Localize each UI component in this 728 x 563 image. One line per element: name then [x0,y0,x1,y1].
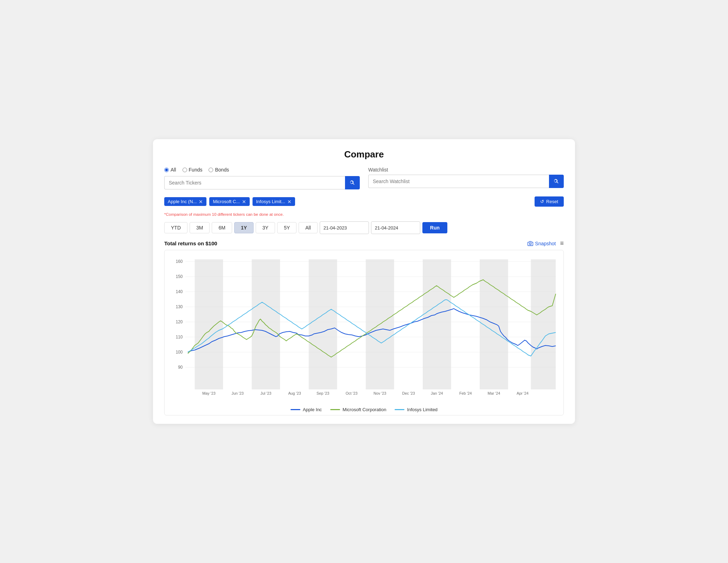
svg-text:160: 160 [176,259,183,264]
search-tickers-input[interactable] [164,176,345,189]
svg-text:Sep '23: Sep '23 [317,391,329,395]
svg-rect-3 [309,259,337,389]
filter-all[interactable]: All [164,167,176,173]
svg-rect-5 [423,259,451,389]
svg-text:100: 100 [176,350,183,355]
date-to-input[interactable] [371,221,420,234]
search-watchlist-button[interactable] [549,175,564,188]
top-row: All Funds Bonds Watchlist [164,167,564,189]
date-from-input[interactable] [320,221,369,234]
svg-rect-1 [195,259,223,389]
chart-actions: Snapshot ≡ [528,240,564,247]
svg-point-0 [530,243,531,245]
svg-text:130: 130 [176,304,183,309]
ticker-search-row [164,176,360,189]
chart-header: Total returns on $100 Snapshot ≡ [164,240,564,247]
legend-infosys-label: Infosys Limited [407,407,438,412]
legend-microsoft: Microsoft Corporation [330,407,386,412]
filter-bonds-radio[interactable] [209,168,213,172]
period-3y[interactable]: 3Y [256,222,275,233]
tag-msft: Microsoft C... ✕ [209,197,250,206]
chart-title: Total returns on $100 [164,240,217,246]
svg-text:90: 90 [178,365,183,370]
search-watchlist-input[interactable] [368,175,549,188]
legend-apple: Apple Inc [290,407,322,412]
svg-text:Nov '23: Nov '23 [373,391,386,395]
returns-chart: 160 150 140 130 120 110 100 90 May '23 J… [169,256,559,403]
legend-infosys-line [395,409,404,410]
filter-row: All Funds Bonds [164,167,360,173]
svg-text:Mar '24: Mar '24 [488,391,500,395]
compare-card: Compare All Funds Bonds [153,139,575,424]
svg-text:Oct '23: Oct '23 [346,391,358,395]
svg-text:Feb '24: Feb '24 [459,391,472,395]
period-all[interactable]: All [299,222,318,233]
page-title: Compare [164,149,564,160]
period-5y[interactable]: 5Y [277,222,296,233]
chart-menu-icon[interactable]: ≡ [560,240,564,247]
svg-text:Aug '23: Aug '23 [288,391,301,395]
watchlist-search-row [368,175,564,188]
period-row: YTD 3M 6M 1Y 3Y 5Y All Run [164,221,564,234]
tags-row: Apple Inc (N... ✕ Microsoft C... ✕ Infos… [164,194,564,209]
period-ytd[interactable]: YTD [164,222,187,233]
period-6m[interactable]: 6M [212,222,232,233]
filter-funds[interactable]: Funds [183,167,203,173]
legend-apple-line [290,409,300,410]
right-section: Watchlist [368,167,564,188]
chart-container: 160 150 140 130 120 110 100 90 May '23 J… [164,250,564,415]
period-3m[interactable]: 3M [190,222,210,233]
period-1y[interactable]: 1Y [234,222,254,233]
filter-funds-radio[interactable] [183,168,187,172]
svg-text:Apr '24: Apr '24 [517,391,529,395]
tag-msft-label: Microsoft C... [213,199,240,204]
svg-rect-7 [531,259,556,389]
svg-text:Dec '23: Dec '23 [402,391,415,395]
search-tickers-button[interactable] [345,176,360,189]
svg-rect-6 [480,259,508,389]
legend-microsoft-line [330,409,340,410]
filter-all-radio[interactable] [164,168,169,172]
camera-icon [528,241,533,246]
watchlist-label: Watchlist [368,167,564,173]
svg-text:Jun '23: Jun '23 [231,391,243,395]
tag-infy-close[interactable]: ✕ [287,199,292,204]
search-icon [350,180,355,186]
svg-text:Jul '23: Jul '23 [261,391,272,395]
svg-text:May '23: May '23 [202,391,215,395]
tag-infy: Infosys Limit... ✕ [253,197,295,206]
run-button[interactable]: Run [422,222,447,233]
svg-text:Jan '24: Jan '24 [431,391,443,395]
left-section: All Funds Bonds [164,167,360,189]
svg-text:110: 110 [176,335,183,339]
chart-legend: Apple Inc Microsoft Corporation Infosys … [169,407,559,412]
max-note: *Comparison of maximum 10 different tick… [164,212,564,216]
reset-button[interactable]: ↺ ↺ Reset Reset [535,196,564,207]
svg-rect-2 [252,259,280,389]
legend-infosys: Infosys Limited [395,407,438,412]
tag-aapl: Apple Inc (N... ✕ [164,197,206,206]
legend-apple-label: Apple Inc [303,407,322,412]
svg-text:150: 150 [176,274,183,279]
snapshot-button[interactable]: Snapshot [528,241,556,246]
tag-infy-label: Infosys Limit... [256,199,285,204]
tag-msft-close[interactable]: ✕ [242,199,246,204]
tag-aapl-label: Apple Inc (N... [168,199,197,204]
filter-bonds[interactable]: Bonds [209,167,229,173]
tag-aapl-close[interactable]: ✕ [199,199,203,204]
svg-text:140: 140 [176,289,183,294]
search-icon [554,179,559,184]
svg-text:120: 120 [176,319,183,324]
legend-microsoft-label: Microsoft Corporation [343,407,386,412]
